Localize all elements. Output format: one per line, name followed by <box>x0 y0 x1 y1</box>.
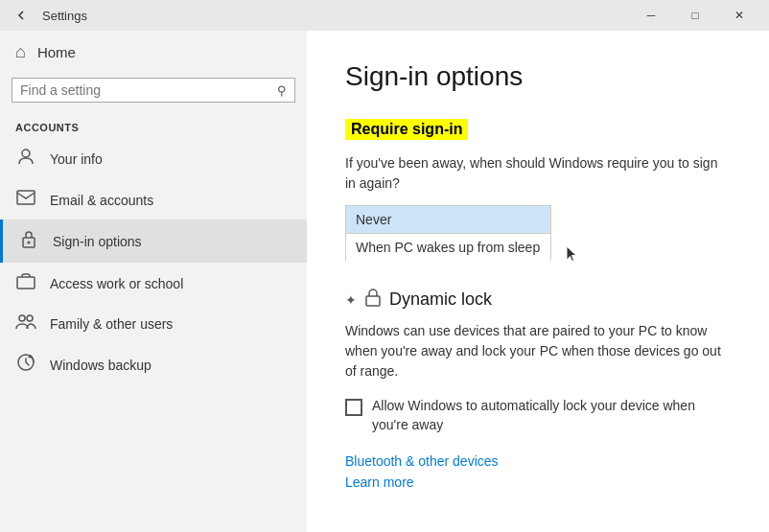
main-container: ⌂ Home ⚲ Accounts Your info <box>0 31 769 532</box>
back-button[interactable] <box>8 2 35 29</box>
dropdown-option-never[interactable]: Never <box>345 205 551 233</box>
sidebar-item-windows-backup[interactable]: Windows backup <box>0 343 307 386</box>
dynamic-lock-label: Dynamic lock <box>389 289 492 310</box>
sidebar-item-backup-label: Windows backup <box>50 358 151 373</box>
auto-lock-label: Allow Windows to automatically lock your… <box>372 397 731 434</box>
search-input[interactable] <box>20 82 277 98</box>
sign-in-dropdown[interactable]: Never When PC wakes up from sleep <box>345 205 551 261</box>
svg-rect-4 <box>17 277 35 289</box>
learn-more-link[interactable]: Learn more <box>345 474 731 490</box>
home-icon: ⌂ <box>15 42 26 62</box>
lock-icon <box>364 288 382 312</box>
minimize-button[interactable]: ─ <box>629 0 673 31</box>
sidebar-item-sign-in-label: Sign-in options <box>53 234 142 249</box>
title-bar: Settings ─ □ ✕ <box>0 0 769 31</box>
sidebar-home-label: Home <box>37 44 76 60</box>
svg-point-3 <box>28 242 31 244</box>
dynamic-lock-asterisk-icon: ✦ <box>345 292 357 308</box>
right-panel: Sign-in options Require sign-in If you'v… <box>307 31 769 532</box>
email-icon <box>15 190 36 210</box>
page-title: Sign-in options <box>345 61 731 92</box>
sidebar-item-sign-in-options[interactable]: Sign-in options <box>0 220 307 263</box>
close-button[interactable]: ✕ <box>717 0 761 31</box>
dropdown-option-wakes[interactable]: When PC wakes up from sleep <box>345 233 551 261</box>
require-sign-in-description: If you've been away, when should Windows… <box>345 153 731 194</box>
work-icon <box>15 272 36 294</box>
dynamic-lock-description: Windows can use devices that are paired … <box>345 321 731 382</box>
svg-point-0 <box>22 150 30 157</box>
svg-rect-7 <box>366 296 380 306</box>
cursor <box>565 244 580 268</box>
maximize-button[interactable]: □ <box>673 0 717 31</box>
sidebar-item-access-work[interactable]: Access work or school <box>0 263 307 304</box>
sidebar-item-work-label: Access work or school <box>50 276 183 291</box>
family-icon <box>15 313 36 334</box>
sidebar-section-label: Accounts <box>0 114 307 137</box>
require-sign-in-title: Require sign-in <box>345 119 468 140</box>
svg-point-6 <box>27 315 33 321</box>
window-title: Settings <box>42 9 629 23</box>
svg-point-5 <box>19 315 25 321</box>
sidebar-home[interactable]: ⌂ Home <box>0 31 307 74</box>
auto-lock-checkbox[interactable] <box>345 399 362 416</box>
your-info-icon <box>15 147 36 171</box>
sidebar-item-email-label: Email & accounts <box>50 193 153 208</box>
search-icon: ⚲ <box>277 83 287 98</box>
sidebar-item-your-info[interactable]: Your info <box>0 137 307 180</box>
sign-in-icon <box>18 229 39 253</box>
sidebar-item-family[interactable]: Family & other users <box>0 304 307 343</box>
sidebar: ⌂ Home ⚲ Accounts Your info <box>0 31 307 532</box>
dynamic-lock-title: ✦ Dynamic lock <box>345 288 731 312</box>
auto-lock-checkbox-row[interactable]: Allow Windows to automatically lock your… <box>345 397 731 434</box>
bluetooth-link[interactable]: Bluetooth & other devices <box>345 453 731 469</box>
sidebar-item-your-info-label: Your info <box>50 151 103 167</box>
sidebar-item-family-label: Family & other users <box>50 316 173 332</box>
backup-icon <box>15 353 36 377</box>
sidebar-search-box[interactable]: ⚲ <box>12 78 295 103</box>
window-controls: ─ □ ✕ <box>629 0 761 31</box>
sidebar-item-email-accounts[interactable]: Email & accounts <box>0 180 307 220</box>
svg-rect-1 <box>17 191 35 204</box>
